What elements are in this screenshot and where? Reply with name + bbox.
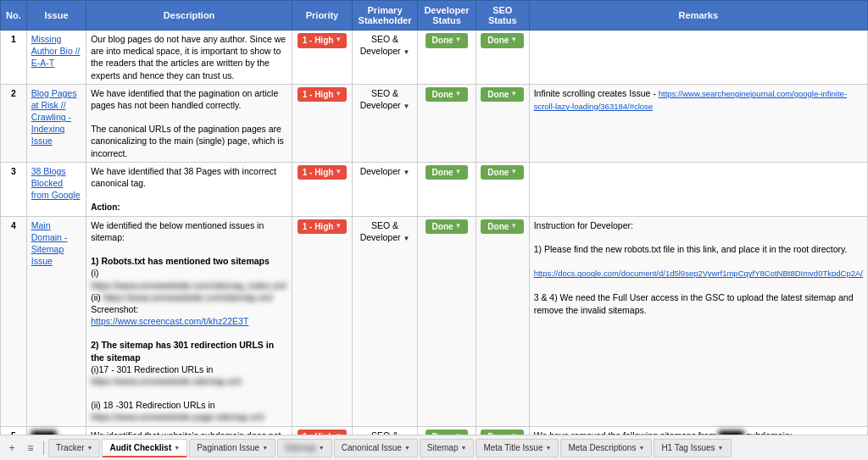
row-description: We have identified that the pagination o… — [86, 84, 292, 162]
tab-meta-title-arrow: ▼ — [545, 445, 551, 451]
tab-h1-arrow: ▼ — [718, 445, 724, 451]
row-priority[interactable]: 1 - High ▼ — [292, 84, 352, 162]
row-dev-status[interactable]: Done ▼ — [418, 216, 476, 426]
tab-canonical-issue[interactable]: Canonical Issue ▼ — [334, 439, 418, 457]
row-stakeholder[interactable]: SEO & Developer ▼ — [352, 84, 417, 162]
spreadsheet-container: No. Issue Description Priority Primary S… — [0, 0, 868, 460]
row-number: 2 — [1, 84, 27, 162]
sheets-menu-button[interactable]: ≡ — [22, 440, 39, 457]
tab-sitemap2-label: Sitemap — [427, 443, 459, 452]
row-priority[interactable]: 1 - High ▼ — [292, 426, 352, 435]
tab-separator — [43, 441, 44, 455]
tab-tracker-label: Tracker — [56, 443, 85, 452]
row-issue[interactable]: ████ Subdomain Sitemap Issue — [26, 426, 86, 435]
row-seo-status[interactable]: Done ▼ — [476, 162, 529, 216]
tab-canonical-label: Canonical Issue — [342, 443, 402, 452]
issue-link[interactable]: Main Domain - Sitemap Issue — [31, 220, 68, 267]
row-dev-status[interactable]: Done ▼ — [418, 162, 476, 216]
row-priority[interactable]: 1 - High ▼ — [292, 30, 352, 85]
row-seo-status[interactable]: Done ▼ — [476, 216, 529, 426]
priority-badge[interactable]: 1 - High ▼ — [298, 165, 348, 180]
row-stakeholder[interactable]: SEO & Developer ▼ — [352, 216, 417, 426]
header-stakeholder: Primary Stakeholder — [352, 1, 417, 30]
row-number: 1 — [1, 30, 27, 85]
row-number: 3 — [1, 162, 27, 216]
header-dev-status: Developer Status — [418, 1, 476, 30]
row-issue[interactable]: Blog Pages at Risk // Crawling - Indexin… — [26, 84, 86, 162]
tab-pagination-arrow: ▼ — [262, 445, 268, 451]
row-priority[interactable]: 1 - High ▼ — [292, 162, 352, 216]
tab-meta-title[interactable]: Meta Title Issue ▼ — [476, 439, 559, 457]
tab-sitemap-1[interactable]: Sitemap ▼ — [277, 439, 332, 457]
tab-sitemap1-label: Sitemap — [285, 443, 316, 452]
seo-status-badge[interactable]: Done ▼ — [481, 87, 524, 103]
table-wrapper[interactable]: No. Issue Description Priority Primary S… — [0, 0, 868, 435]
tab-meta-desc-label: Meta Descriptions — [568, 443, 636, 452]
tab-tracker-arrow: ▼ — [87, 445, 93, 451]
table-row: 338 Blogs Blocked from GoogleWe have ide… — [1, 162, 868, 216]
seo-status-badge[interactable]: Done ▼ — [481, 165, 524, 180]
tab-sitemap2-arrow: ▼ — [461, 445, 467, 451]
header-seo-status: SEO Status — [476, 1, 529, 30]
priority-badge[interactable]: 1 - High ▼ — [298, 33, 348, 48]
header-issue: Issue — [26, 1, 86, 30]
row-description: We identified the below mentioned issues… — [86, 216, 292, 426]
tab-audit-checklist-label: Audit Checklist — [109, 443, 171, 452]
dev-status-badge[interactable]: Done ▼ — [426, 33, 469, 48]
row-seo-status[interactable]: Done ▼ — [476, 84, 529, 162]
row-dev-status[interactable]: Done ▼ — [418, 84, 476, 162]
row-remarks: Infinite scrolling creates Issue - https… — [529, 84, 867, 162]
tab-sitemap-2[interactable]: Sitemap ▼ — [420, 439, 475, 457]
row-description: We have identified that 38 Pages with in… — [86, 162, 292, 216]
tab-canonical-arrow: ▼ — [404, 445, 410, 451]
table-row: 2Blog Pages at Risk // Crawling - Indexi… — [1, 84, 868, 162]
row-description: We identified that website's subdomain d… — [86, 426, 292, 435]
header-remarks: Remarks — [529, 1, 867, 30]
issue-link[interactable]: 38 Blogs Blocked from Google — [31, 166, 81, 200]
tab-bar: + ≡ Tracker ▼ Audit Checklist ▼ Paginati… — [0, 435, 868, 460]
row-seo-status[interactable]: Done ▼ — [476, 30, 529, 85]
priority-badge[interactable]: 1 - High ▼ — [298, 87, 348, 103]
table-row: 5████ Subdomain Sitemap IssueWe identifi… — [1, 426, 868, 435]
tab-meta-title-label: Meta Title Issue — [483, 443, 542, 452]
dev-status-badge[interactable]: Done ▼ — [426, 165, 469, 180]
row-issue[interactable]: 38 Blogs Blocked from Google — [26, 162, 86, 216]
tab-pagination-issue[interactable]: Pagination Issue ▼ — [189, 439, 275, 457]
issue-link[interactable]: Blog Pages at Risk // Crawling - Indexin… — [31, 88, 77, 147]
row-seo-status[interactable]: Done ▼ — [476, 426, 529, 435]
tab-meta-desc-arrow: ▼ — [638, 445, 644, 451]
row-issue[interactable]: Missing Author Bio // E-A-T — [26, 30, 86, 85]
tab-audit-checklist[interactable]: Audit Checklist ▼ — [102, 439, 187, 457]
add-sheet-button[interactable]: + — [3, 440, 20, 457]
row-dev-status[interactable]: Done ▼ — [418, 426, 476, 435]
tab-meta-desc[interactable]: Meta Descriptions ▼ — [560, 439, 652, 457]
tab-audit-checklist-arrow: ▼ — [174, 445, 180, 451]
tab-h1-issues[interactable]: H1 Tag Issues ▼ — [654, 439, 731, 457]
seo-status-badge[interactable]: Done ▼ — [481, 33, 524, 48]
header-priority: Priority — [292, 1, 352, 30]
header-description: Description — [86, 1, 292, 30]
tab-h1-label: H1 Tag Issues — [661, 443, 715, 452]
seo-status-badge[interactable]: Done ▼ — [481, 219, 524, 235]
issue-link[interactable]: Missing Author Bio // E-A-T — [31, 34, 81, 68]
row-number: 4 — [1, 216, 27, 426]
tab-pagination-label: Pagination Issue — [197, 443, 259, 452]
priority-badge[interactable]: 1 - High ▼ — [298, 219, 348, 235]
row-stakeholder[interactable]: Developer ▼ — [352, 162, 417, 216]
row-remarks — [529, 30, 867, 85]
row-remarks: We have removed the following sitemaps f… — [529, 426, 867, 435]
dev-status-badge[interactable]: Done ▼ — [426, 87, 469, 103]
row-issue[interactable]: Main Domain - Sitemap Issue — [26, 216, 86, 426]
row-stakeholder[interactable]: SEO & Developer ▼ — [352, 426, 417, 435]
row-description: Our blog pages do not have any author. S… — [86, 30, 292, 85]
main-table: No. Issue Description Priority Primary S… — [0, 0, 868, 435]
row-dev-status[interactable]: Done ▼ — [418, 30, 476, 85]
row-number: 5 — [1, 426, 27, 435]
row-remarks — [529, 162, 867, 216]
row-priority[interactable]: 1 - High ▼ — [292, 216, 352, 426]
tab-tracker[interactable]: Tracker ▼ — [48, 439, 100, 457]
row-remarks: Instruction for Developer:1) Please find… — [529, 216, 867, 426]
table-row: 1Missing Author Bio // E-A-TOur blog pag… — [1, 30, 868, 85]
row-stakeholder[interactable]: SEO & Developer ▼ — [352, 30, 417, 85]
dev-status-badge[interactable]: Done ▼ — [426, 219, 469, 235]
